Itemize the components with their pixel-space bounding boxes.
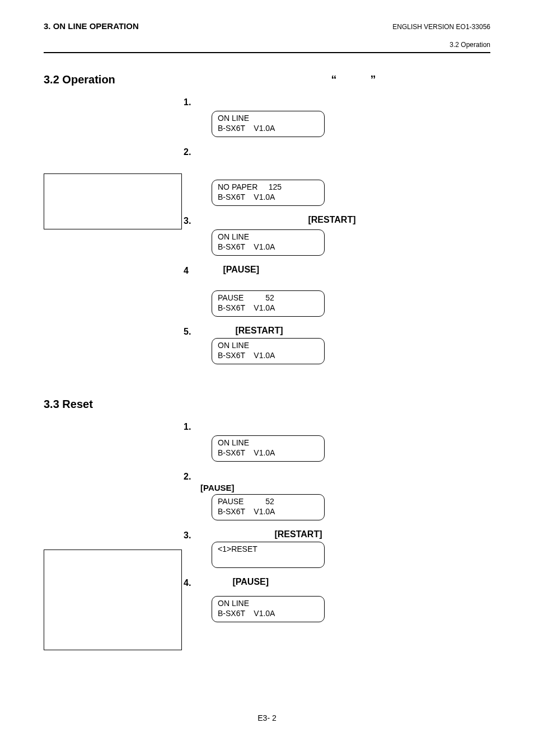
- lcd-line-2: B-SX6T V1.0A: [218, 448, 318, 458]
- lcd-line-2: B-SX6T V1.0A: [218, 192, 318, 203]
- step-number: 3.: [184, 529, 199, 541]
- pause-label: [PAUSE]: [223, 265, 259, 274]
- lcd-line-2: B-SX6T V1.0A: [218, 303, 318, 313]
- quote-close: ”: [370, 73, 376, 86]
- section-3-3-body: 1. ON LINE B-SX6T V1.0A 2. [PAUSE] PAUSE…: [44, 421, 490, 622]
- step-number: 2.: [184, 471, 199, 482]
- step-3-2-4: 4 [PAUSE]: [184, 265, 490, 276]
- lcd-3-2-4: PAUSE 52 B-SX6T V1.0A: [212, 290, 490, 317]
- step-number: 1.: [184, 96, 199, 107]
- page-header: 3. ON LINE OPERATION ENGLISH VERSION EO1…: [44, 21, 490, 31]
- lcd-display: ON LINE B-SX6T V1.0A: [212, 338, 325, 364]
- step-3-3-3: 3. [RESTART]: [184, 529, 490, 541]
- note-box-reset: [44, 550, 182, 650]
- lcd-3-3-1: ON LINE B-SX6T V1.0A: [212, 435, 490, 462]
- section-3-2-title: 3.2 Operation “”: [44, 73, 490, 86]
- step-3-2-3: 3. [RESTART]: [184, 215, 490, 226]
- lcd-display: PAUSE 52 B-SX6T V1.0A: [212, 494, 325, 520]
- step-text: [RESTART]: [199, 215, 490, 225]
- step-3-3-1: 1.: [184, 421, 490, 432]
- lcd-3-2-1: ON LINE B-SX6T V1.0A: [212, 111, 490, 137]
- restart-label: [RESTART]: [274, 529, 322, 539]
- lcd-line-1: ON LINE: [218, 232, 318, 242]
- lcd-line-2: B-SX6T V1.0A: [218, 507, 318, 517]
- pause-label: [PAUSE]: [200, 483, 235, 492]
- page: 3. ON LINE OPERATION ENGLISH VERSION EO1…: [0, 0, 534, 756]
- lcd-line-1: ON LINE: [218, 114, 318, 124]
- lcd-line-1: ON LINE: [218, 599, 318, 609]
- lcd-line-2: B-SX6T V1.0A: [218, 609, 318, 619]
- step-text: [RESTART]: [199, 326, 490, 336]
- lcd-line-1: <1>RESET: [218, 544, 318, 555]
- step-number: 5.: [184, 326, 199, 337]
- lcd-display: ON LINE B-SX6T V1.0A: [212, 111, 325, 137]
- lcd-display: NO PAPER 125 B-SX6T V1.0A: [212, 180, 325, 206]
- section-3-3-title: 3.3 Reset: [44, 398, 490, 411]
- step-text: [PAUSE]: [199, 265, 490, 275]
- page-number: E3- 2: [0, 713, 534, 722]
- step-3-2-1: 1.: [184, 96, 490, 107]
- step-number: 2.: [184, 146, 199, 157]
- restart-label: [RESTART]: [308, 215, 355, 224]
- step-number: 4: [184, 265, 199, 276]
- lcd-3-2-2: NO PAPER 125 B-SX6T V1.0A: [212, 180, 490, 206]
- lcd-line-2: B-SX6T V1.0A: [218, 351, 318, 361]
- step-3-3-2: 2.: [184, 471, 490, 482]
- restart-label: [RESTART]: [235, 326, 283, 335]
- step-3-2-5: 5. [RESTART]: [184, 326, 490, 337]
- lcd-3-3-4: ON LINE B-SX6T V1.0A: [212, 596, 490, 622]
- header-subsection: 3.2 Operation: [44, 41, 490, 49]
- lcd-display: <1>RESET: [212, 542, 325, 568]
- lcd-display: ON LINE B-SX6T V1.0A: [212, 229, 325, 256]
- header-section-title: 3. ON LINE OPERATION: [44, 21, 139, 31]
- step-number: 1.: [184, 421, 199, 432]
- step-3-3-4: 4. [PAUSE]: [184, 577, 490, 588]
- step-3-2-2: 2.: [184, 146, 490, 157]
- step-number: 3.: [184, 215, 199, 226]
- lcd-display: PAUSE 52 B-SX6T V1.0A: [212, 290, 325, 317]
- section-3-2-title-text: 3.2 Operation: [44, 73, 115, 86]
- pause-label-row: [PAUSE]: [200, 483, 490, 493]
- lcd-line-2: B-SX6T V1.0A: [218, 242, 318, 252]
- lcd-line-1: ON LINE: [218, 341, 318, 351]
- quote-open: “: [331, 73, 336, 86]
- lcd-line-1: ON LINE: [218, 438, 318, 448]
- step-text: [PAUSE]: [199, 577, 490, 587]
- lcd-display: ON LINE B-SX6T V1.0A: [212, 435, 325, 462]
- lcd-3-3-3: <1>RESET: [212, 542, 490, 568]
- step-text: [RESTART]: [199, 529, 490, 539]
- step-number: 4.: [184, 577, 199, 588]
- section-3-2-body: 1. ON LINE B-SX6T V1.0A 2. NO PAPER 125 …: [44, 96, 490, 364]
- pause-label: [PAUSE]: [232, 577, 269, 586]
- lcd-3-3-2: PAUSE 52 B-SX6T V1.0A: [212, 494, 490, 520]
- lcd-line-1: PAUSE 52: [218, 293, 318, 303]
- lcd-display: ON LINE B-SX6T V1.0A: [212, 596, 325, 622]
- lcd-3-2-3: ON LINE B-SX6T V1.0A: [212, 229, 490, 256]
- lcd-line-1: NO PAPER 125: [218, 182, 318, 192]
- header-rule: [44, 52, 490, 53]
- note-box-operation: [44, 173, 182, 229]
- lcd-line-2: B-SX6T V1.0A: [218, 124, 318, 134]
- lcd-line-1: PAUSE 52: [218, 497, 318, 507]
- lcd-line-2: [218, 555, 318, 565]
- header-document-id: ENGLISH VERSION EO1-33056: [392, 23, 490, 31]
- lcd-3-2-5: ON LINE B-SX6T V1.0A: [212, 338, 490, 364]
